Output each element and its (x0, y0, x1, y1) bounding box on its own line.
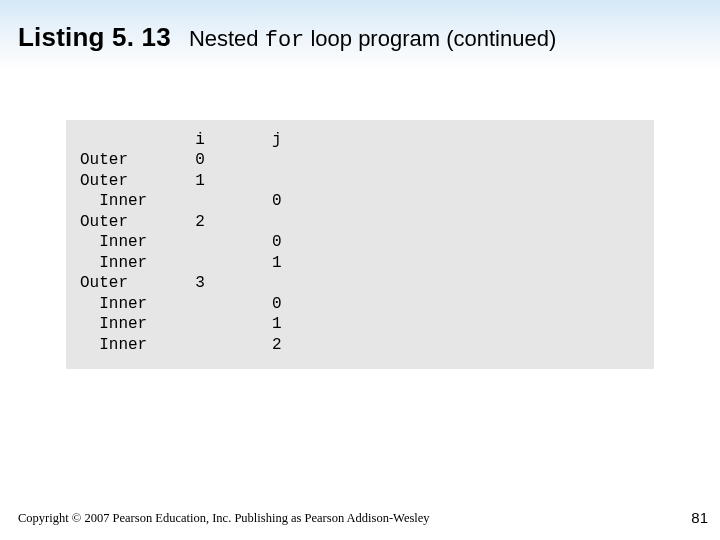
subtitle-code: for (265, 28, 305, 53)
title-row: Listing 5. 13 Nested for loop program (c… (0, 0, 720, 53)
output-line: Outer 2 (80, 212, 640, 232)
listing-label: Listing 5. 13 (18, 22, 171, 53)
output-header: i j (80, 130, 640, 150)
output-line: Inner 0 (80, 232, 640, 252)
output-line: Inner 0 (80, 191, 640, 211)
output-line: Inner 2 (80, 335, 640, 355)
copyright-footer: Copyright © 2007 Pearson Education, Inc.… (18, 511, 430, 526)
subtitle-prefix: Nested (189, 26, 265, 51)
subtitle-suffix: loop program (continued) (304, 26, 556, 51)
program-output: i j Outer 0 Outer 1 Inner 0 Outer 2 Inne… (66, 120, 654, 369)
output-line: Inner 1 (80, 314, 640, 334)
output-line: Outer 3 (80, 273, 640, 293)
slide-content: Listing 5. 13 Nested for loop program (c… (0, 0, 720, 540)
listing-subtitle: Nested for loop program (continued) (189, 26, 556, 53)
output-line: Inner 0 (80, 294, 640, 314)
output-line: Inner 1 (80, 253, 640, 273)
output-line: Outer 1 (80, 171, 640, 191)
output-line: Outer 0 (80, 150, 640, 170)
page-number: 81 (691, 509, 708, 526)
